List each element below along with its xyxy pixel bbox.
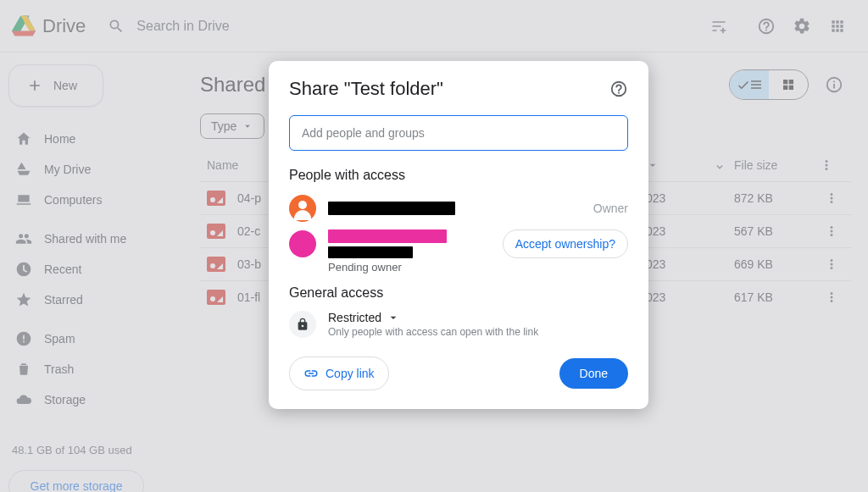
pending-owner-label: Pending owner: [328, 261, 628, 274]
add-people-input[interactable]: Add people and groups: [289, 115, 628, 151]
accept-ownership-button[interactable]: Accept ownership?: [503, 229, 628, 258]
person-row-pending: Accept ownership?: [289, 229, 628, 259]
redacted-name: [328, 202, 455, 215]
chevron-down-icon: [387, 311, 400, 324]
redacted-name: [328, 229, 447, 243]
role-label: Owner: [593, 202, 628, 215]
access-level-label: Restricted: [328, 311, 381, 324]
dialog-help-icon[interactable]: [609, 80, 628, 98]
copy-link-label: Copy link: [326, 367, 375, 380]
people-section-label: People with access: [289, 168, 628, 183]
done-button[interactable]: Done: [559, 358, 628, 389]
dialog-title: Share "Test folder": [289, 78, 443, 100]
avatar: [289, 230, 316, 257]
avatar: [289, 195, 316, 222]
access-level-sub: Only people with access can open with th…: [328, 326, 538, 338]
general-section-label: General access: [289, 285, 628, 301]
link-icon: [303, 366, 319, 381]
add-people-placeholder: Add people and groups: [302, 126, 425, 140]
person-row-owner: Owner: [289, 193, 628, 224]
share-dialog: Share "Test folder" Add people and group…: [269, 61, 648, 409]
access-level-dropdown[interactable]: Restricted: [328, 311, 538, 324]
lock-icon: [289, 311, 316, 338]
copy-link-button[interactable]: Copy link: [289, 357, 389, 390]
redacted-email: [328, 246, 413, 258]
